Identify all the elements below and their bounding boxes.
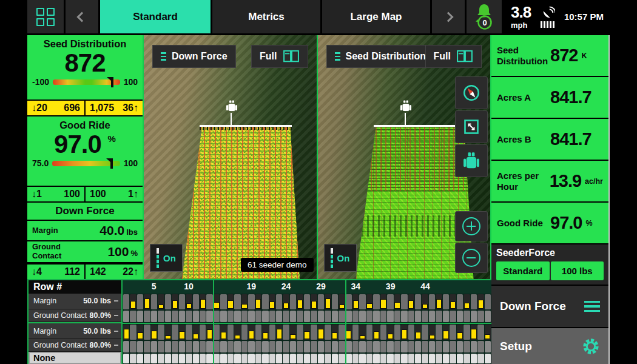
contact-bar xyxy=(290,311,296,322)
contact-bar xyxy=(283,341,289,352)
setup-button[interactable]: Setup xyxy=(491,328,608,364)
satellite-icon xyxy=(541,6,555,19)
margin-bar xyxy=(366,294,372,309)
tab-metrics[interactable]: Metrics xyxy=(212,0,320,33)
contact-bar xyxy=(359,311,365,322)
next-page-button[interactable] xyxy=(432,0,465,33)
down-force-menu-button[interactable]: Down Force xyxy=(491,286,608,327)
legend-margin-2[interactable]: Margin 50.0 lbs xyxy=(29,323,121,340)
good-ride-panel[interactable]: Good Ride 97.0 % 75.0 100 ↓1 100 100 1↑ xyxy=(27,116,143,201)
contact-bar xyxy=(158,311,164,322)
margin-bar xyxy=(290,294,296,309)
contact-bar xyxy=(394,341,400,352)
metric-acres-b[interactable]: Acres B 841.7 xyxy=(491,119,608,160)
metric-good-ride[interactable]: Good Ride 97.0 % xyxy=(491,203,608,243)
contact-bar xyxy=(241,341,248,352)
metric-acres-a[interactable]: Acres A 841.7 xyxy=(491,77,608,118)
panel-value: 97.0 % xyxy=(27,131,143,158)
map-on-toggle[interactable]: On xyxy=(324,244,357,272)
axis-label: 34 xyxy=(351,281,361,291)
margin-bar xyxy=(290,325,296,340)
full-view-button[interactable]: Full xyxy=(425,45,482,68)
margin-mark xyxy=(270,302,274,308)
map-right-seed-distribution[interactable]: Seed Distribution Full xyxy=(318,35,491,279)
prev-page-button[interactable] xyxy=(66,0,98,33)
alerts-button[interactable]: 0 xyxy=(467,0,502,33)
contact-bar xyxy=(130,341,136,352)
margin-mark xyxy=(180,332,184,339)
contact-bar xyxy=(276,341,282,352)
margin-mark xyxy=(457,333,462,339)
contact-bar xyxy=(234,311,240,322)
map-metric-selector[interactable]: Down Force xyxy=(152,45,236,68)
seed-distribution-panel[interactable]: Seed Distribution 872 -100 100 ↓20 696 1… xyxy=(27,35,143,115)
zoom-out-button[interactable] xyxy=(455,243,488,273)
margin-bar xyxy=(380,294,386,309)
map-metric-selector[interactable]: Seed Distribution xyxy=(326,45,434,68)
ride-scale-marker xyxy=(110,158,113,169)
margin-bar xyxy=(130,325,136,340)
contact-bar xyxy=(304,311,310,322)
center-on-implement-button[interactable] xyxy=(455,144,488,177)
full-view-button[interactable]: Full xyxy=(251,45,308,68)
none-bar xyxy=(144,354,150,363)
margin-mark xyxy=(346,331,351,339)
contact-bar xyxy=(463,311,470,322)
legend-none-button[interactable]: None xyxy=(29,352,121,364)
none-bar xyxy=(380,354,386,363)
down-force-panel[interactable]: Down Force Margin 40.0lbs Ground Contact… xyxy=(27,203,143,279)
margin-bar xyxy=(123,294,129,309)
margin-mark xyxy=(430,335,434,339)
margin-bar xyxy=(485,325,491,340)
split-view-icon xyxy=(283,50,300,63)
margin-bar xyxy=(352,325,359,340)
contact-bar xyxy=(450,311,456,322)
seeder-force-value-button[interactable]: 100 lbs xyxy=(551,261,604,280)
margin-mark xyxy=(263,333,268,339)
home-grid-button[interactable] xyxy=(27,0,64,33)
contact-bar xyxy=(304,341,310,352)
none-bar xyxy=(269,354,275,363)
margin-mark xyxy=(249,331,254,339)
margin-bar xyxy=(200,294,206,309)
legend-margin-1[interactable]: Margin 50.0 lbs xyxy=(29,294,121,310)
none-bar xyxy=(283,354,289,363)
map-on-toggle[interactable]: On xyxy=(150,244,183,272)
seeded-pass-down-force xyxy=(182,127,300,279)
contact-bar xyxy=(151,311,157,322)
metric-seed-distribution[interactable]: Seed Distribution 872 K xyxy=(491,35,608,76)
margin-mark xyxy=(284,303,288,308)
margin-mark xyxy=(479,300,483,308)
tab-standard[interactable]: Standard xyxy=(100,0,211,33)
contact-bar xyxy=(366,341,372,352)
seeder-force-mode-button[interactable]: Standard xyxy=(496,261,550,280)
gear-icon xyxy=(582,337,600,356)
tab-large-map[interactable]: Large Map xyxy=(322,0,430,33)
alert-bell-icon: 0 xyxy=(472,2,496,32)
grid-icon xyxy=(36,8,55,26)
margin-mark xyxy=(485,335,490,339)
contact-bar xyxy=(463,341,470,352)
contact-bar xyxy=(477,341,484,352)
margin-bar xyxy=(443,325,449,340)
contact-bar xyxy=(214,341,220,352)
contact-bar xyxy=(387,311,393,322)
none-bar xyxy=(255,354,261,363)
map-left-down-force[interactable]: Down Force Full On 61 seeder demo xyxy=(144,35,318,279)
contact-bar xyxy=(450,341,456,352)
legend-contact-1[interactable]: Ground Contact 80.0% xyxy=(29,309,121,322)
metric-acres-per-hour[interactable]: Acres per Hour 13.9 ac/hr xyxy=(491,161,608,201)
margin-mark xyxy=(451,302,455,308)
compass-icon xyxy=(462,83,481,103)
section-separator xyxy=(213,280,214,364)
zoom-in-button[interactable] xyxy=(455,211,488,241)
margin-bar xyxy=(206,294,212,309)
margin-bar xyxy=(144,325,150,340)
compass-button[interactable] xyxy=(455,76,488,109)
none-bar xyxy=(436,354,442,363)
gps-status xyxy=(541,6,555,28)
expand-button[interactable] xyxy=(455,110,488,143)
contact-bar xyxy=(137,341,143,352)
contact-bar xyxy=(283,311,289,322)
legend-contact-2[interactable]: Ground Contact 80.0% xyxy=(29,339,121,352)
